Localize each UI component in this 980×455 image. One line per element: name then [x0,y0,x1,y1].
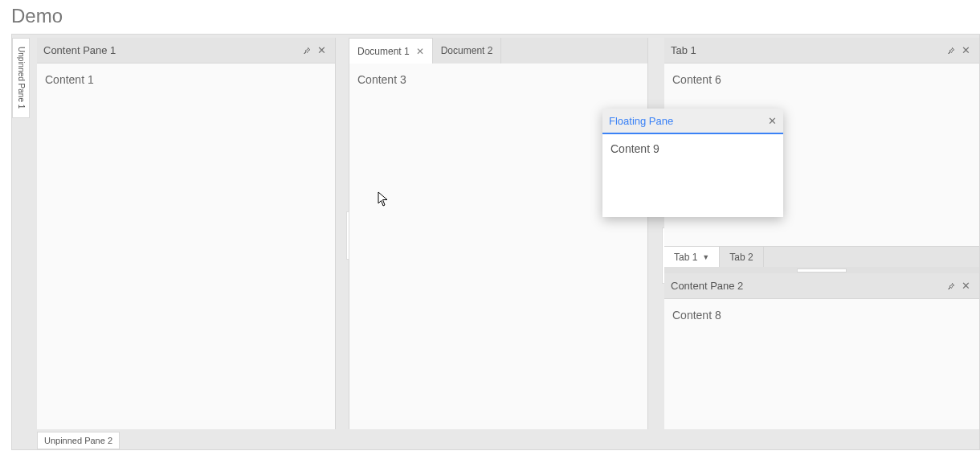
chevron-down-icon[interactable]: ▼ [702,253,709,261]
right-column: Tab 1 ✕ Content 6 Tab 1 ▼ Tab 2 [664,38,979,429]
document-tab-1-label: Document 1 [357,46,410,57]
document-tab-2-label: Document 2 [441,45,493,56]
tab-pane-top-header: Tab 1 ✕ [664,38,979,64]
document-host: Document 1 ✕ Document 2 Content 3 [349,38,648,429]
floating-pane[interactable]: Floating Pane ✕ Content 9 [602,109,783,217]
tab-1[interactable]: Tab 1 ▼ [664,247,720,267]
tab-pane-top-title: Tab 1 [671,44,944,56]
content-pane-1-title: Content Pane 1 [43,44,300,56]
content-pane-1-header: Content Pane 1 ✕ [37,38,335,64]
floating-pane-title: Floating Pane [609,115,768,127]
pin-icon[interactable] [944,279,958,293]
tab-2[interactable]: Tab 2 [720,247,763,267]
splitter-horizontal[interactable] [664,267,979,273]
tab-1-label: Tab 1 [674,252,697,263]
unpinned-tab-bottom[interactable]: Unpinned Pane 2 [37,432,120,449]
content-pane-1: Content Pane 1 ✕ Content 1 [37,38,336,429]
splitter-vertical[interactable] [346,211,349,260]
content-pane-2: Content Pane 2 ✕ Content 8 [664,273,979,429]
content-pane-2-title: Content Pane 2 [671,280,944,292]
content-pane-2-header: Content Pane 2 ✕ [664,273,979,299]
floating-pane-header[interactable]: Floating Pane ✕ [602,109,783,133]
close-icon[interactable]: ✕ [416,46,424,57]
document-tab-1[interactable]: Document 1 ✕ [349,38,433,64]
document-tabstrip: Document 1 ✕ Document 2 [349,38,647,64]
content-pane-2-body: Content 8 [664,299,979,429]
page-title: Demo [0,0,980,35]
tab-2-label: Tab 2 [729,252,753,263]
pin-icon[interactable] [944,43,958,58]
document-tab-2[interactable]: Document 2 [433,38,502,64]
content-pane-1-body: Content 1 [37,64,335,429]
close-icon[interactable]: ✕ [768,115,777,127]
tab-pane-top-tabstrip: Tab 1 ▼ Tab 2 [664,246,979,267]
unpinned-tab-bottom-label: Unpinned Pane 2 [44,436,112,445]
close-icon[interactable]: ✕ [958,43,973,58]
dock-area: Unpinned Pane 1 Content Pane 1 ✕ Content… [11,34,980,450]
unpinned-tab-left[interactable]: Unpinned Pane 1 [12,38,30,118]
pin-icon[interactable] [300,43,314,58]
floating-pane-body: Content 9 [602,134,783,217]
close-icon[interactable]: ✕ [314,43,329,58]
unpinned-tab-left-label: Unpinned Pane 1 [17,47,26,109]
close-icon[interactable]: ✕ [958,279,973,293]
